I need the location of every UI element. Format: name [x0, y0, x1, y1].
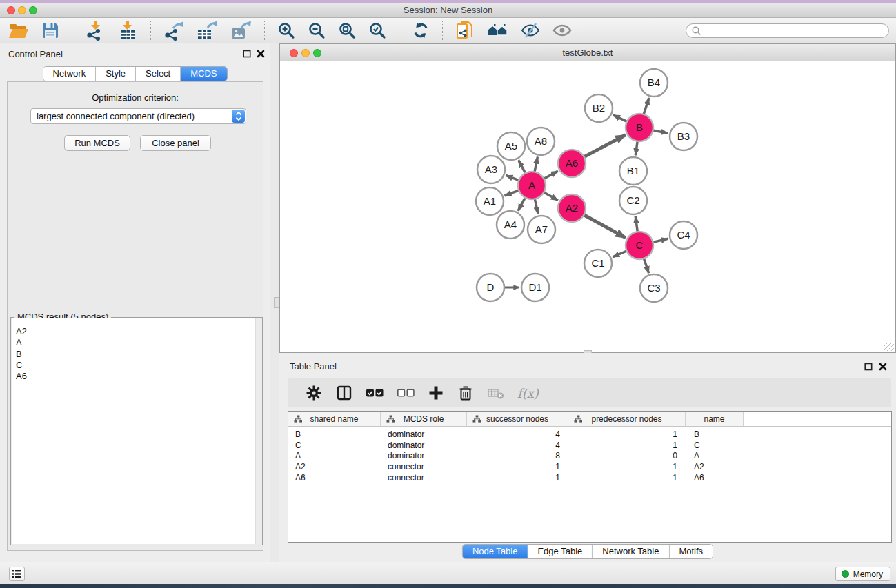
- graph-edge-A-A8[interactable]: [535, 157, 537, 172]
- graph-node-D1[interactable]: D1: [521, 274, 549, 301]
- graph-node-C2[interactable]: C2: [619, 187, 647, 214]
- table-row[interactable]: A dominator 8 0 A: [288, 451, 891, 462]
- search-input[interactable]: [701, 25, 888, 37]
- show-column-panel-button[interactable]: [335, 384, 353, 402]
- show-panel-button[interactable]: [550, 20, 575, 41]
- table-row[interactable]: B dominator 4 1 B: [288, 429, 891, 440]
- close-panel-button[interactable]: [256, 49, 266, 58]
- network-window-titlebar[interactable]: testGlobe.txt: [280, 44, 895, 61]
- graph-edge-B-B3[interactable]: [653, 130, 668, 133]
- tab-mcds[interactable]: MCDS: [180, 67, 226, 81]
- table-row[interactable]: A2 connector 1 1 A2: [288, 462, 891, 473]
- home-button[interactable]: [484, 20, 511, 41]
- graph-node-B3[interactable]: B3: [670, 123, 697, 150]
- graph-edge-C-C2[interactable]: [635, 216, 637, 232]
- float-panel-button[interactable]: [242, 49, 252, 58]
- table-row[interactable]: A6 connector 1 1 A6: [288, 473, 891, 484]
- delete-column-button[interactable]: [457, 384, 475, 402]
- table-options-button[interactable]: [305, 384, 323, 402]
- clone-network-button[interactable]: [452, 19, 477, 42]
- create-column-button[interactable]: [428, 385, 444, 401]
- graph-edge-C-C4[interactable]: [653, 239, 668, 242]
- import-network-button[interactable]: [82, 19, 108, 42]
- graph-node-A4[interactable]: A4: [497, 211, 524, 239]
- graph-edge-C-C1[interactable]: [613, 251, 627, 257]
- graph-edge-C-C3[interactable]: [644, 258, 648, 273]
- tab-motifs[interactable]: Motifs: [668, 545, 713, 558]
- zoom-selected-button[interactable]: [366, 20, 389, 41]
- graph-edge-A-A6[interactable]: [544, 171, 558, 179]
- column-header-shared-name[interactable]: shared name: [288, 412, 381, 426]
- graph-edge-A2-C[interactable]: [584, 215, 626, 238]
- column-header-mcds-role[interactable]: MCDS role: [381, 412, 467, 426]
- float-table-panel-button[interactable]: [864, 362, 873, 371]
- graph-node-C4[interactable]: C4: [670, 221, 697, 249]
- graph-node-A6[interactable]: A6: [558, 150, 586, 177]
- graph-node-B1[interactable]: B1: [619, 157, 647, 185]
- graph-node-B2[interactable]: B2: [585, 94, 613, 122]
- deselect-all-columns-button[interactable]: [397, 384, 415, 402]
- tab-network[interactable]: Network: [43, 67, 95, 81]
- window-resize-grip[interactable]: [884, 343, 894, 351]
- result-list-scrollbar[interactable]: [255, 318, 261, 544]
- graph-node-A1[interactable]: A1: [476, 187, 504, 215]
- network-canvas[interactable]: B4B2BB3A8A5A6A3B1AC2A1A2A4A7C4CC1DC3D1: [280, 61, 895, 352]
- graph-node-C3[interactable]: C3: [640, 274, 668, 302]
- graph-node-A8[interactable]: A8: [527, 128, 555, 155]
- graph-node-C[interactable]: C: [626, 232, 653, 259]
- refresh-view-button[interactable]: [409, 20, 432, 41]
- graph-edge-B-B2[interactable]: [613, 115, 627, 122]
- tab-select[interactable]: Select: [135, 67, 180, 81]
- open-file-button[interactable]: [6, 20, 32, 41]
- zoom-in-button[interactable]: [275, 20, 298, 41]
- mcds-result-item[interactable]: A: [12, 337, 261, 348]
- save-session-button[interactable]: [39, 20, 62, 41]
- graph-edge-A-A3[interactable]: [506, 175, 519, 180]
- graph-edge-A-A1[interactable]: [505, 190, 519, 196]
- export-image-button[interactable]: [228, 19, 255, 42]
- mcds-result-item[interactable]: B: [12, 349, 261, 360]
- graph-edge-A-A7[interactable]: [535, 199, 538, 214]
- column-header-predecessor-nodes[interactable]: predecessor nodes: [568, 412, 686, 426]
- tab-network-table[interactable]: Network Table: [592, 545, 668, 558]
- graph-node-B4[interactable]: B4: [640, 69, 668, 97]
- export-table-button[interactable]: [194, 19, 221, 42]
- memory-button[interactable]: Memory: [835, 567, 890, 581]
- select-all-columns-button[interactable]: [366, 384, 384, 402]
- run-mcds-button[interactable]: Run MCDS: [64, 135, 130, 151]
- graph-node-C1[interactable]: C1: [584, 250, 612, 277]
- close-mcds-panel-button[interactable]: Close panel: [140, 135, 211, 151]
- zoom-out-button[interactable]: [305, 20, 328, 41]
- import-table-button[interactable]: [115, 19, 141, 42]
- graph-node-A7[interactable]: A7: [528, 216, 555, 243]
- tab-style[interactable]: Style: [95, 67, 135, 81]
- criterion-dropdown[interactable]: largest connected component (directed): [30, 108, 246, 124]
- zoom-fit-button[interactable]: [335, 20, 359, 41]
- graph-node-B[interactable]: B: [626, 114, 653, 141]
- tab-node-table[interactable]: Node Table: [463, 545, 528, 558]
- delete-table-button[interactable]: [487, 385, 505, 401]
- function-builder-button[interactable]: f(x): [517, 386, 539, 401]
- graph-node-A[interactable]: A: [518, 172, 546, 199]
- mcds-result-item[interactable]: C: [12, 360, 261, 371]
- table-row[interactable]: C dominator 4 1 C: [288, 440, 891, 452]
- tab-edge-table[interactable]: Edge Table: [527, 545, 592, 558]
- show-log-button[interactable]: [9, 567, 25, 581]
- mcds-result-item[interactable]: A6: [12, 371, 261, 382]
- graph-node-A3[interactable]: A3: [477, 156, 505, 183]
- export-network-button[interactable]: [161, 19, 187, 42]
- graph-edge-A6-B[interactable]: [584, 135, 626, 157]
- column-header-successor-nodes[interactable]: successor nodes: [467, 412, 568, 426]
- graph-edge-B-B1[interactable]: [635, 141, 637, 155]
- hide-panel-button[interactable]: [518, 20, 543, 41]
- close-table-panel-button[interactable]: [878, 362, 888, 371]
- graph-node-A5[interactable]: A5: [497, 132, 525, 160]
- graph-edge-A-A2[interactable]: [544, 192, 558, 201]
- graph-node-A2[interactable]: A2: [558, 194, 586, 222]
- graph-edge-A-A5[interactable]: [519, 160, 526, 173]
- graph-node-D[interactable]: D: [477, 274, 504, 301]
- column-header-name[interactable]: name: [686, 412, 744, 426]
- graph-edge-B-B4[interactable]: [644, 98, 649, 114]
- mcds-result-item[interactable]: A2: [12, 326, 261, 337]
- graph-edge-A-A4[interactable]: [518, 198, 525, 211]
